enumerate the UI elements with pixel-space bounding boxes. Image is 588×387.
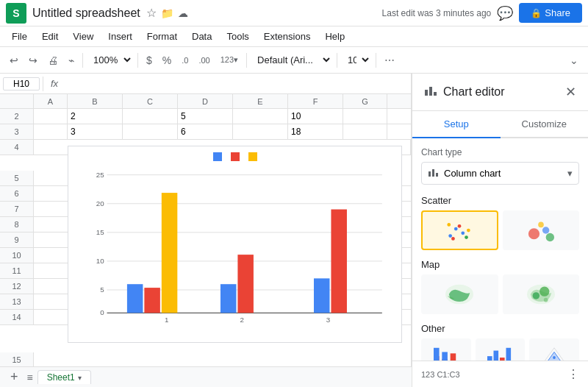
- chart-type-icon: [428, 166, 440, 180]
- tab-customize[interactable]: Customize: [501, 111, 589, 137]
- menu-item-view[interactable]: View: [67, 29, 99, 43]
- scatter-bubble-chart-thumb[interactable]: [503, 210, 580, 250]
- paint-format-button[interactable]: ⌁: [65, 52, 78, 68]
- waterfall-chart-thumb[interactable]: [476, 338, 526, 361]
- increase-decimals-button[interactable]: .00: [195, 54, 213, 67]
- menu-item-extensions[interactable]: Extensions: [258, 29, 317, 43]
- currency-button[interactable]: $: [143, 52, 156, 68]
- cell[interactable]: [123, 109, 178, 124]
- cell[interactable]: [123, 124, 178, 139]
- svg-rect-53: [506, 348, 512, 361]
- percent-button[interactable]: %: [159, 52, 175, 68]
- folder-icon[interactable]: 📁: [161, 7, 173, 19]
- scatter-label: Scatter: [421, 195, 579, 206]
- cell[interactable]: 3: [68, 124, 123, 139]
- col-header-a: A: [34, 94, 68, 108]
- menu-item-format[interactable]: Format: [141, 29, 183, 43]
- svg-point-56: [553, 356, 556, 359]
- document-title[interactable]: Untitled spreadsheet: [32, 7, 140, 20]
- svg-point-34: [448, 223, 451, 227]
- toolbar-separator: [82, 53, 83, 68]
- cell[interactable]: [343, 124, 387, 139]
- col-header-c: C: [123, 94, 178, 108]
- svg-point-33: [467, 229, 470, 232]
- spreadsheet-panel: fx A B C D E F G 2 2: [0, 74, 412, 387]
- svg-point-39: [545, 233, 553, 241]
- chart-editor-panel: Chart editor ✕ Setup Customize Chart typ…: [412, 74, 588, 387]
- cell[interactable]: 2: [68, 109, 123, 124]
- number-format-button[interactable]: 123▾: [217, 53, 242, 67]
- svg-point-32: [458, 224, 462, 228]
- undo-button[interactable]: ↩: [6, 52, 22, 68]
- legend-item-blue: [213, 152, 222, 161]
- redo-button[interactable]: ↪: [25, 52, 41, 68]
- tab-setup[interactable]: Setup: [412, 111, 501, 138]
- star-icon[interactable]: ☆: [146, 6, 157, 20]
- scatter-chart-thumb[interactable]: [421, 210, 498, 250]
- cell[interactable]: 6: [178, 124, 233, 139]
- toolbar: ↩ ↪ 🖨 ⌁ 100% $ % .0 .00 123▾ Default (Ar…: [0, 47, 588, 74]
- map-filled-thumb[interactable]: [421, 274, 498, 314]
- row-number: 4: [0, 140, 34, 155]
- embedded-chart[interactable]: 25 20 15 10 5 0: [68, 146, 402, 343]
- cell[interactable]: 10: [288, 109, 343, 124]
- font-size-select[interactable]: 10: [342, 52, 371, 68]
- row-number: 13: [0, 294, 34, 309]
- menu-item-help[interactable]: Help: [319, 29, 351, 43]
- more-options-icon[interactable]: ⋮: [567, 367, 579, 381]
- table-row: 3 3 6 18: [0, 124, 411, 140]
- cell[interactable]: [233, 124, 288, 139]
- sheet-list-button[interactable]: ≡: [23, 372, 37, 383]
- map-chart-grid: [421, 274, 579, 314]
- cell[interactable]: [34, 124, 68, 139]
- menu-item-file[interactable]: File: [6, 29, 33, 43]
- font-select[interactable]: Default (Ari...: [251, 52, 332, 68]
- add-sheet-button[interactable]: +: [6, 369, 23, 385]
- svg-point-42: [532, 292, 539, 299]
- row-number: 11: [0, 263, 34, 278]
- menu-item-insert[interactable]: Insert: [102, 29, 138, 43]
- radar-chart-thumb[interactable]: [529, 338, 579, 361]
- legend-color-red: [231, 152, 240, 161]
- menu-item-data[interactable]: Data: [186, 29, 218, 43]
- cell[interactable]: 18: [288, 124, 343, 139]
- menu-item-tools[interactable]: Tools: [220, 29, 254, 43]
- formula-separator: [43, 77, 43, 91]
- sheet-tab-1[interactable]: Sheet1 ▾: [37, 370, 91, 384]
- editor-tabs: Setup Customize: [412, 111, 588, 138]
- zoom-select[interactable]: 100%: [87, 52, 133, 68]
- legend-item-yellow: [248, 152, 257, 161]
- collapse-toolbar-button[interactable]: ⌄: [566, 52, 582, 68]
- svg-rect-14: [162, 193, 178, 313]
- close-editor-button[interactable]: ✕: [565, 84, 576, 100]
- chart-type-select[interactable]: Column chart ▾: [421, 162, 579, 185]
- more-options-button[interactable]: ⋯: [381, 52, 398, 68]
- formula-input[interactable]: [65, 78, 408, 89]
- spreadsheet-grid: A B C D E F G 2 2 5 10: [0, 94, 411, 387]
- step-chart-thumb[interactable]: [421, 338, 471, 361]
- share-button[interactable]: 🔒 Share: [519, 3, 582, 23]
- decrease-decimals-button[interactable]: .0: [178, 54, 192, 67]
- menu-item-edit[interactable]: Edit: [36, 29, 64, 43]
- cell[interactable]: [343, 109, 387, 124]
- svg-point-36: [528, 228, 539, 239]
- svg-rect-51: [494, 351, 499, 361]
- cell[interactable]: [233, 109, 288, 124]
- svg-rect-26: [432, 169, 434, 177]
- cell[interactable]: 5: [178, 109, 233, 124]
- top-bar: S Untitled spreadsheet ☆ 📁 ☁ Last edit w…: [0, 0, 588, 26]
- map-bubble-svg: [523, 280, 559, 308]
- svg-rect-48: [442, 352, 448, 361]
- cell[interactable]: [34, 352, 411, 367]
- map-bubble-thumb[interactable]: [503, 274, 580, 314]
- cell[interactable]: [34, 109, 68, 124]
- cloud-icon[interactable]: ☁: [178, 7, 188, 19]
- fx-icon: fx: [46, 78, 62, 89]
- other-label: Other: [421, 323, 579, 334]
- svg-point-29: [454, 227, 458, 231]
- comment-button[interactable]: 💬: [497, 5, 513, 21]
- cell-reference-input[interactable]: [3, 77, 40, 90]
- svg-text:1: 1: [165, 316, 168, 322]
- print-button[interactable]: 🖨: [44, 52, 62, 68]
- row-number: 9: [0, 232, 34, 247]
